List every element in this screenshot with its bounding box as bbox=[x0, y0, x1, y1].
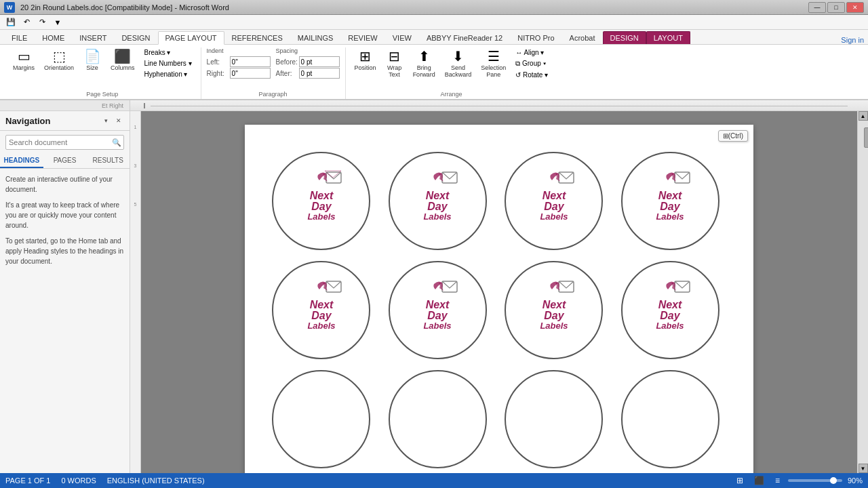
line-numbers-button[interactable]: Line Numbers ▾ bbox=[141, 58, 195, 68]
tab-page-layout[interactable]: PAGE LAYOUT bbox=[158, 31, 224, 45]
label-circle-3-4[interactable] bbox=[621, 370, 719, 468]
ruler-side: Et Right bbox=[0, 100, 130, 110]
tab-abbyy[interactable]: ABBYY FineReader 12 bbox=[419, 31, 510, 44]
nav-options-button[interactable]: ▾ bbox=[100, 115, 111, 126]
tab-insert[interactable]: INSERT bbox=[72, 31, 114, 44]
arrange-label: Arrange bbox=[351, 89, 552, 99]
minimize-button[interactable]: — bbox=[808, 2, 826, 13]
spacing-before-label: Before: bbox=[276, 58, 298, 66]
scroll-down-button[interactable]: ▼ bbox=[859, 464, 868, 473]
wrap-text-label: WrapText bbox=[387, 64, 401, 78]
spacing-before-input[interactable] bbox=[299, 56, 340, 67]
send-backward-button[interactable]: ⬇ SendBackward bbox=[441, 47, 475, 80]
wrap-text-icon: ⊟ bbox=[389, 49, 400, 63]
tab-references[interactable]: REFERENCES bbox=[224, 31, 290, 44]
undo-button[interactable]: ↶ bbox=[20, 16, 33, 28]
label-circle-2-4[interactable]: Next Day Labels bbox=[621, 261, 719, 359]
spacing-controls: Spacing Before: After: bbox=[276, 47, 340, 79]
orientation-button[interactable]: ⬚ Orientation bbox=[41, 47, 77, 73]
document-page: ⊞(Ctrl) bbox=[245, 125, 753, 473]
spacing-after-row: After: bbox=[276, 68, 340, 79]
size-button[interactable]: 📄 Size bbox=[80, 47, 104, 73]
tab-nitro[interactable]: NITRO Pro bbox=[510, 31, 561, 44]
svg-text:Next: Next bbox=[309, 190, 333, 201]
tab-file[interactable]: FILE bbox=[4, 31, 35, 44]
tab-design[interactable]: DESIGN bbox=[114, 31, 157, 44]
page-indicator: PAGE 1 OF 1 bbox=[5, 476, 50, 485]
nav-search-button[interactable]: 🔍 bbox=[110, 136, 123, 149]
align-button[interactable]: ↔ Align ▾ bbox=[512, 47, 551, 58]
label-circle-1-3[interactable]: Next Day Labels bbox=[505, 152, 603, 250]
label-circle-2-2[interactable]: Next Day Labels bbox=[389, 261, 487, 359]
nav-search-input[interactable] bbox=[6, 136, 110, 148]
spacing-before-row: Before: bbox=[276, 56, 340, 67]
rotate-button[interactable]: ↺ Rotate ▾ bbox=[512, 70, 551, 80]
label-circle-3-3[interactable] bbox=[505, 370, 603, 468]
label-circle-1-4[interactable]: Next Day Labels bbox=[621, 152, 719, 250]
scroll-thumb[interactable] bbox=[864, 127, 869, 148]
maximize-button[interactable]: □ bbox=[827, 2, 845, 13]
selection-pane-button[interactable]: ☰ SelectionPane bbox=[477, 47, 509, 80]
quick-toolbar: 💾 ↶ ↷ ▼ bbox=[0, 15, 868, 30]
indent-right-input[interactable] bbox=[230, 68, 271, 79]
nav-tabs: HEADINGS PAGES RESULTS bbox=[0, 154, 130, 169]
svg-text:Next: Next bbox=[542, 190, 566, 201]
labels-grid: Next Day Labels Next Day bbox=[272, 152, 726, 473]
margins-button[interactable]: ▭ Margins bbox=[9, 47, 38, 73]
zoom-slider[interactable] bbox=[788, 479, 842, 482]
tab-layout-tt[interactable]: LAYOUT bbox=[646, 31, 690, 44]
position-button[interactable]: ⊞ Position bbox=[351, 47, 380, 73]
save-button[interactable]: 💾 bbox=[4, 16, 18, 28]
close-button[interactable]: ✕ bbox=[846, 2, 864, 13]
nav-tab-pages[interactable]: PAGES bbox=[43, 154, 87, 168]
label-circle-3-2[interactable] bbox=[389, 370, 487, 468]
spacing-after-input[interactable] bbox=[299, 68, 340, 79]
hyphenation-button[interactable]: Hyphenation ▾ bbox=[141, 69, 195, 79]
label-circle-1-1[interactable]: Next Day Labels bbox=[272, 152, 370, 250]
margins-label: Margins bbox=[13, 64, 35, 71]
vertical-scrollbar[interactable]: ▲ ▼ bbox=[857, 111, 868, 473]
ctrl-popup[interactable]: ⊞(Ctrl) bbox=[718, 130, 748, 142]
main-area: Navigation ▾ ✕ 🔍 HEADINGS PAGES RESULTS … bbox=[0, 111, 868, 473]
tab-design-tt[interactable]: DESIGN bbox=[603, 31, 646, 44]
group-button[interactable]: ⧉ Group ▾ bbox=[512, 58, 551, 69]
bring-forward-label: BringForward bbox=[413, 64, 435, 78]
tab-view[interactable]: VIEW bbox=[385, 31, 419, 44]
indent-left-input[interactable] bbox=[230, 56, 271, 67]
web-layout-button[interactable]: ≡ bbox=[772, 474, 783, 487]
position-icon: ⊞ bbox=[359, 49, 371, 63]
sign-in-button[interactable]: Sign in bbox=[841, 36, 864, 44]
tab-review[interactable]: REVIEW bbox=[340, 31, 384, 44]
title-bar: W 20 2in Round Labels.doc [Compatibility… bbox=[0, 0, 868, 15]
document-scroll-area[interactable]: ⊞(Ctrl) bbox=[141, 111, 857, 473]
position-label: Position bbox=[355, 64, 376, 71]
scroll-up-button[interactable]: ▲ bbox=[859, 111, 868, 121]
tab-acrobat[interactable]: Acrobat bbox=[562, 31, 603, 44]
nav-search[interactable]: 🔍 bbox=[5, 135, 124, 150]
quick-access-dropdown[interactable]: ▼ bbox=[51, 16, 64, 28]
nav-close-button[interactable]: ✕ bbox=[113, 115, 124, 126]
nav-tab-results[interactable]: RESULTS bbox=[86, 154, 130, 168]
tab-home[interactable]: HOME bbox=[35, 31, 72, 44]
breaks-button[interactable]: Breaks ▾ bbox=[141, 47, 195, 58]
tab-mailings[interactable]: MAILINGS bbox=[290, 31, 341, 44]
bring-forward-button[interactable]: ⬆ BringForward bbox=[410, 47, 439, 80]
label-circle-1-2[interactable]: Next Day Labels bbox=[389, 152, 487, 250]
label-circle-3-1[interactable] bbox=[272, 370, 370, 468]
svg-text:Day: Day bbox=[427, 201, 448, 212]
full-screen-button[interactable]: ⬛ bbox=[751, 474, 767, 487]
columns-button[interactable]: ⬛ Columns bbox=[107, 47, 138, 73]
nav-tab-headings[interactable]: HEADINGS bbox=[0, 154, 43, 168]
svg-text:Next: Next bbox=[426, 190, 450, 201]
label-circle-2-1[interactable]: Next Day Labels bbox=[272, 261, 370, 359]
paragraph-group: Indent Left: Right: Spacing Before: bbox=[201, 47, 346, 99]
redo-button[interactable]: ↷ bbox=[35, 16, 49, 28]
svg-text:Next: Next bbox=[309, 299, 333, 310]
svg-text:Day: Day bbox=[660, 310, 680, 321]
print-layout-button[interactable]: ⊞ bbox=[734, 474, 746, 487]
wrap-text-button[interactable]: ⊟ WrapText bbox=[382, 47, 407, 80]
label-circle-2-3[interactable]: Next Day Labels bbox=[505, 261, 603, 359]
language-indicator: ENGLISH (UNITED STATES) bbox=[107, 476, 205, 485]
zoom-thumb[interactable] bbox=[830, 477, 837, 484]
svg-text:Labels: Labels bbox=[540, 321, 568, 331]
